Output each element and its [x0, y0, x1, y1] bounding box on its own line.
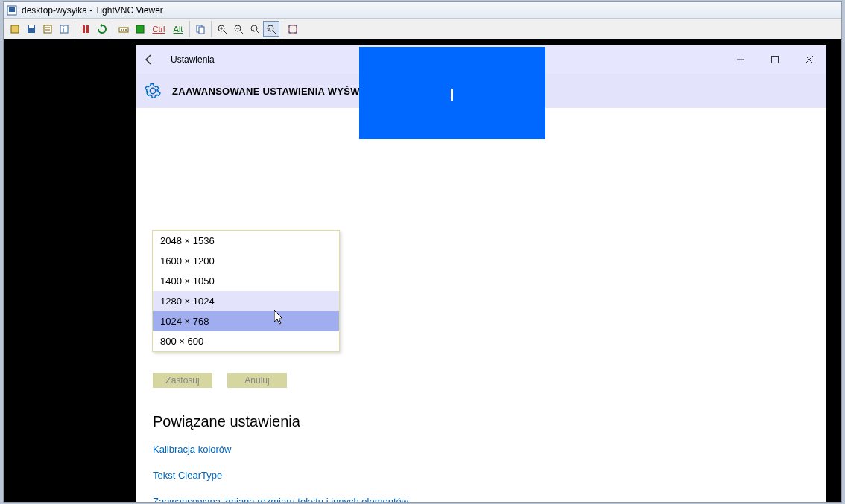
display-preview [359, 47, 545, 139]
settings-breadcrumb: Ustawienia [171, 54, 215, 65]
svg-rect-5 [44, 25, 51, 33]
resolution-option[interactable]: 1400 × 1050 [153, 271, 339, 291]
link-advanced-sizing[interactable]: Zaawansowana zmiana rozmiaru tekstu i in… [153, 496, 408, 502]
svg-text:1: 1 [252, 27, 255, 31]
vnc-title-text: desktop-wysyłka - TightVNC Viewer [22, 5, 163, 16]
svg-line-21 [224, 31, 227, 34]
ctrl-label: Ctrl [152, 25, 165, 34]
svg-rect-4 [29, 25, 34, 28]
close-button[interactable] [792, 45, 826, 74]
resolution-option[interactable]: 800 × 600 [153, 331, 339, 351]
link-cleartype[interactable]: Tekst ClearType [153, 470, 408, 481]
related-heading: Powiązane ustawienia [153, 413, 408, 430]
vnc-toolbar: i Ctrl Alt 1 a [4, 19, 841, 39]
toolbar-new-connection-icon[interactable] [7, 21, 23, 37]
display-preview-marker [451, 89, 453, 101]
svg-point-16 [125, 29, 127, 31]
toolbar-zoom-100-icon[interactable]: 1 [247, 21, 263, 37]
apply-button[interactable]: Zastosuj [153, 373, 212, 388]
toolbar-info-icon[interactable]: i [56, 21, 72, 37]
related-settings-section: Powiązane ustawienia Kalibracja kolorów … [153, 413, 408, 502]
settings-window: Ustawienia ZAAWANSOWANE USTAWIENIA WYŚWI… [136, 45, 826, 502]
toolbar-zoom-in-icon[interactable] [214, 21, 230, 37]
svg-rect-19 [199, 27, 204, 34]
svg-rect-2 [11, 25, 19, 33]
toolbar-separator [113, 21, 113, 37]
resolution-option-selected[interactable]: 1024 × 768 [153, 311, 339, 331]
toolbar-separator [189, 21, 190, 37]
remote-desktop-area: Ustawienia ZAAWANSOWANE USTAWIENIA WYŚWI… [4, 39, 841, 502]
link-color-calibration[interactable]: Kalibracja kolorów [153, 444, 408, 455]
toolbar-refresh-icon[interactable] [94, 21, 110, 37]
minimize-button[interactable] [724, 45, 758, 74]
svg-marker-12 [100, 24, 102, 27]
toolbar-pause-icon[interactable] [77, 21, 94, 37]
toolbar-transfer-icon[interactable] [192, 21, 209, 37]
svg-text:i: i [63, 25, 64, 34]
resolution-option[interactable]: 1600 × 1200 [153, 251, 339, 271]
cancel-button[interactable]: Anuluj [227, 373, 287, 388]
svg-line-25 [240, 31, 243, 34]
toolbar-separator [282, 21, 282, 37]
toolbar-zoom-out-icon[interactable] [230, 21, 247, 37]
svg-rect-10 [83, 25, 85, 33]
vnc-app-icon [7, 5, 17, 16]
svg-rect-33 [289, 25, 297, 33]
window-controls [724, 45, 826, 74]
svg-line-31 [273, 31, 276, 34]
resolution-dropdown[interactable]: 2048 × 1536 1600 × 1200 1400 × 1050 1280… [152, 230, 340, 352]
svg-rect-1 [9, 7, 15, 12]
svg-point-14 [121, 29, 122, 31]
toolbar-alt-button[interactable]: Alt [169, 21, 187, 37]
toolbar-options-icon[interactable] [39, 21, 56, 37]
toolbar-fullscreen-icon[interactable] [285, 21, 301, 37]
vnc-titlebar: desktop-wysyłka - TightVNC Viewer [4, 2, 841, 19]
settings-body: Zastosuj Anuluj 2048 × 1536 1600 × 1200 … [136, 108, 826, 502]
toolbar-separator [75, 21, 75, 37]
toolbar-ctrl-esc-icon[interactable] [132, 21, 148, 37]
toolbar-zoom-auto-icon[interactable]: a [263, 21, 279, 37]
svg-rect-17 [136, 25, 144, 33]
svg-point-15 [123, 29, 124, 31]
back-button[interactable] [142, 53, 163, 66]
toolbar-save-icon[interactable] [23, 21, 39, 37]
svg-line-28 [256, 31, 259, 34]
svg-rect-11 [86, 25, 89, 33]
svg-text:a: a [268, 27, 271, 31]
vnc-window: desktop-wysyłka - TightVNC Viewer i Ctrl… [3, 1, 842, 503]
toolbar-ctrl-alt-del-icon[interactable] [115, 21, 132, 37]
toolbar-separator [211, 21, 212, 37]
alt-label: Alt [174, 25, 183, 34]
gear-icon [142, 83, 163, 99]
resolution-option[interactable]: 2048 × 1536 [153, 231, 339, 251]
resolution-option-hover[interactable]: 1280 × 1024 [153, 291, 339, 311]
toolbar-ctrl-button[interactable]: Ctrl [148, 21, 169, 37]
maximize-button[interactable] [758, 45, 792, 74]
svg-rect-35 [772, 57, 779, 63]
